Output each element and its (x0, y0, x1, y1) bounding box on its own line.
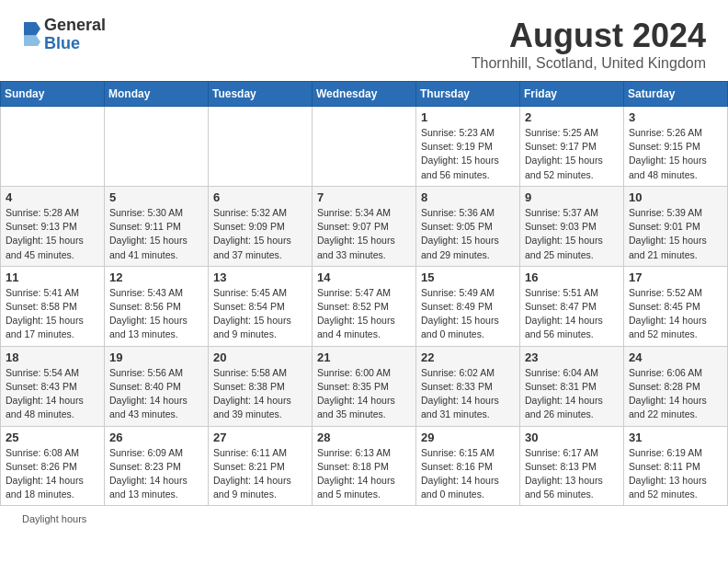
day-number: 14 (317, 270, 411, 284)
day-info: Sunrise: 6:00 AMSunset: 8:35 PMDaylight:… (317, 366, 411, 422)
day-info: Sunrise: 5:43 AMSunset: 8:56 PMDaylight:… (109, 286, 203, 342)
calendar-day-cell: 16Sunrise: 5:51 AMSunset: 8:47 PMDayligh… (520, 266, 624, 346)
day-of-week-header: Sunday (1, 82, 105, 107)
calendar-day-cell: 13Sunrise: 5:45 AMSunset: 8:54 PMDayligh… (209, 266, 313, 346)
calendar-day-cell: 24Sunrise: 6:06 AMSunset: 8:28 PMDayligh… (624, 346, 728, 426)
calendar-day-cell: 8Sunrise: 5:36 AMSunset: 9:05 PMDaylight… (416, 186, 520, 266)
day-number: 29 (421, 431, 515, 444)
logo-general-text: General (44, 16, 106, 34)
day-number: 11 (6, 270, 99, 284)
day-info: Sunrise: 6:02 AMSunset: 8:33 PMDaylight:… (421, 366, 515, 422)
title-section: August 2024 Thornhill, Scotland, United … (472, 17, 706, 72)
calendar-day-cell: 31Sunrise: 6:19 AMSunset: 8:11 PMDayligh… (624, 426, 728, 506)
calendar-day-cell (209, 107, 313, 187)
calendar-day-cell: 4Sunrise: 5:28 AMSunset: 9:13 PMDaylight… (1, 186, 105, 266)
day-number: 1 (421, 110, 515, 124)
page-header: General Blue August 2024 Thornhill, Scot… (0, 0, 728, 81)
logo-icon (24, 20, 40, 46)
calendar-day-cell (313, 107, 416, 187)
calendar-day-cell: 15Sunrise: 5:49 AMSunset: 8:49 PMDayligh… (416, 266, 520, 346)
day-number: 20 (213, 350, 307, 364)
calendar-day-cell: 12Sunrise: 5:43 AMSunset: 8:56 PMDayligh… (105, 266, 209, 346)
day-number: 21 (317, 350, 411, 364)
day-number: 31 (629, 431, 722, 444)
day-number: 22 (421, 350, 515, 364)
svg-marker-0 (24, 22, 40, 35)
day-info: Sunrise: 5:23 AMSunset: 9:19 PMDaylight:… (421, 126, 515, 182)
calendar-day-cell: 19Sunrise: 5:56 AMSunset: 8:40 PMDayligh… (105, 346, 209, 426)
day-info: Sunrise: 5:34 AMSunset: 9:07 PMDaylight:… (317, 206, 411, 262)
day-info: Sunrise: 5:39 AMSunset: 9:01 PMDaylight:… (629, 206, 722, 262)
day-info: Sunrise: 6:15 AMSunset: 8:16 PMDaylight:… (421, 446, 515, 502)
day-info: Sunrise: 6:06 AMSunset: 8:28 PMDaylight:… (629, 366, 722, 422)
day-number: 28 (317, 431, 411, 444)
subtitle: Thornhill, Scotland, United Kingdom (472, 55, 706, 72)
day-number: 23 (525, 350, 619, 364)
calendar-day-cell: 20Sunrise: 5:58 AMSunset: 8:38 PMDayligh… (209, 346, 313, 426)
calendar-day-cell (105, 107, 209, 187)
calendar-day-cell: 6Sunrise: 5:32 AMSunset: 9:09 PMDaylight… (209, 186, 313, 266)
calendar-day-cell: 14Sunrise: 5:47 AMSunset: 8:52 PMDayligh… (313, 266, 416, 346)
day-number: 17 (629, 270, 722, 284)
day-of-week-header: Saturday (624, 82, 728, 107)
day-info: Sunrise: 5:58 AMSunset: 8:38 PMDaylight:… (213, 366, 307, 422)
calendar-day-cell: 5Sunrise: 5:30 AMSunset: 9:11 PMDaylight… (105, 186, 209, 266)
calendar-day-cell: 17Sunrise: 5:52 AMSunset: 8:45 PMDayligh… (624, 266, 728, 346)
calendar-day-cell: 21Sunrise: 6:00 AMSunset: 8:35 PMDayligh… (313, 346, 416, 426)
day-number: 27 (213, 431, 307, 444)
day-number: 19 (109, 350, 203, 364)
day-of-week-header: Tuesday (209, 82, 313, 107)
day-number: 10 (629, 190, 722, 204)
calendar-day-cell: 2Sunrise: 5:25 AMSunset: 9:17 PMDaylight… (520, 107, 624, 187)
day-info: Sunrise: 5:32 AMSunset: 9:09 PMDaylight:… (213, 206, 307, 262)
day-number: 25 (6, 431, 99, 444)
day-info: Sunrise: 6:19 AMSunset: 8:11 PMDaylight:… (629, 446, 722, 502)
day-of-week-header: Thursday (416, 82, 520, 107)
calendar-day-cell: 11Sunrise: 5:41 AMSunset: 8:58 PMDayligh… (1, 266, 105, 346)
day-info: Sunrise: 5:37 AMSunset: 9:03 PMDaylight:… (525, 206, 619, 262)
day-info: Sunrise: 6:08 AMSunset: 8:26 PMDaylight:… (6, 446, 99, 502)
calendar-week-row: 18Sunrise: 5:54 AMSunset: 8:43 PMDayligh… (1, 346, 728, 426)
calendar-week-row: 11Sunrise: 5:41 AMSunset: 8:58 PMDayligh… (1, 266, 728, 346)
day-of-week-header: Friday (520, 82, 624, 107)
day-info: Sunrise: 5:49 AMSunset: 8:49 PMDaylight:… (421, 286, 515, 342)
day-number: 7 (317, 190, 411, 204)
calendar-day-cell: 29Sunrise: 6:15 AMSunset: 8:16 PMDayligh… (416, 426, 520, 506)
day-number: 26 (109, 431, 203, 444)
calendar-day-cell (1, 107, 105, 187)
day-info: Sunrise: 5:54 AMSunset: 8:43 PMDaylight:… (6, 366, 99, 422)
day-number: 9 (525, 190, 619, 204)
calendar-day-cell: 9Sunrise: 5:37 AMSunset: 9:03 PMDaylight… (520, 186, 624, 266)
day-number: 30 (525, 431, 619, 444)
calendar-day-cell: 30Sunrise: 6:17 AMSunset: 8:13 PMDayligh… (520, 426, 624, 506)
footer: Daylight hours (0, 506, 728, 532)
calendar-day-cell: 26Sunrise: 6:09 AMSunset: 8:23 PMDayligh… (105, 426, 209, 506)
day-number: 2 (525, 110, 619, 124)
day-info: Sunrise: 6:17 AMSunset: 8:13 PMDaylight:… (525, 446, 619, 502)
day-number: 18 (6, 350, 99, 364)
calendar-day-cell: 7Sunrise: 5:34 AMSunset: 9:07 PMDaylight… (313, 186, 416, 266)
day-info: Sunrise: 6:11 AMSunset: 8:21 PMDaylight:… (213, 446, 307, 502)
day-number: 3 (629, 110, 722, 124)
day-info: Sunrise: 6:04 AMSunset: 8:31 PMDaylight:… (525, 366, 619, 422)
day-of-week-header: Wednesday (313, 82, 416, 107)
calendar-day-cell: 25Sunrise: 6:08 AMSunset: 8:26 PMDayligh… (1, 426, 105, 506)
calendar-day-cell: 1Sunrise: 5:23 AMSunset: 9:19 PMDaylight… (416, 107, 520, 187)
day-info: Sunrise: 5:45 AMSunset: 8:54 PMDaylight:… (213, 286, 307, 342)
logo-blue-text: Blue (44, 34, 80, 52)
logo: General Blue (22, 17, 106, 53)
calendar-week-row: 4Sunrise: 5:28 AMSunset: 9:13 PMDaylight… (1, 186, 728, 266)
day-of-week-header: Monday (105, 82, 209, 107)
calendar-week-row: 1Sunrise: 5:23 AMSunset: 9:19 PMDaylight… (1, 107, 728, 187)
day-info: Sunrise: 5:36 AMSunset: 9:05 PMDaylight:… (421, 206, 515, 262)
day-info: Sunrise: 5:25 AMSunset: 9:17 PMDaylight:… (525, 126, 619, 182)
day-number: 24 (629, 350, 722, 364)
calendar-day-cell: 23Sunrise: 6:04 AMSunset: 8:31 PMDayligh… (520, 346, 624, 426)
day-info: Sunrise: 6:09 AMSunset: 8:23 PMDaylight:… (109, 446, 203, 502)
day-number: 13 (213, 270, 307, 284)
svg-marker-1 (24, 35, 40, 46)
day-info: Sunrise: 5:47 AMSunset: 8:52 PMDaylight:… (317, 286, 411, 342)
day-info: Sunrise: 5:28 AMSunset: 9:13 PMDaylight:… (6, 206, 99, 262)
day-number: 5 (109, 190, 203, 204)
day-number: 16 (525, 270, 619, 284)
